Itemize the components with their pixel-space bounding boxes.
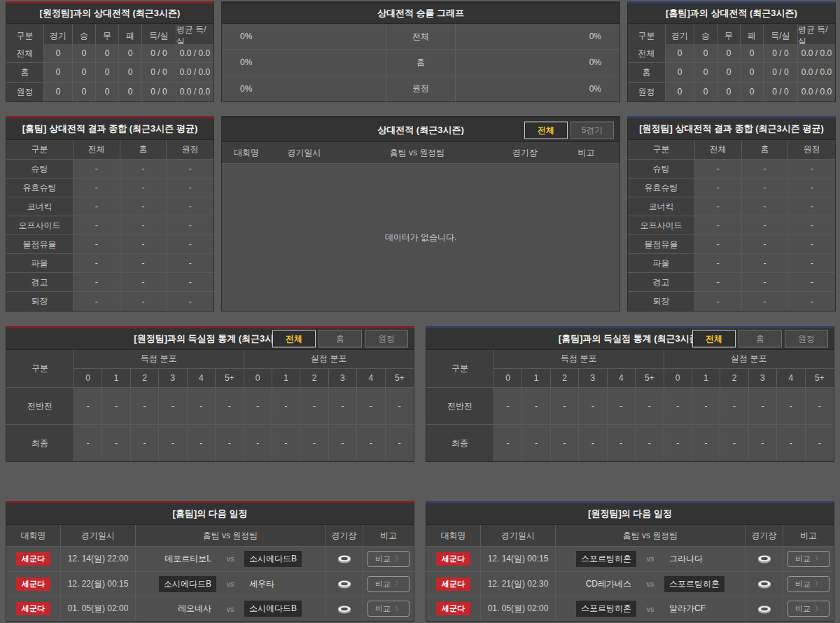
column-header: 전체 <box>74 140 120 160</box>
table-row: 코너킥--- <box>628 197 835 216</box>
stadium-icon[interactable] <box>337 578 352 589</box>
table-row: 전체00000 / 00.0 / 0.0 <box>628 44 835 63</box>
table-row: 볼점유율--- <box>6 235 214 254</box>
match-teams: 소시에다드B vs 세우타 <box>136 576 325 592</box>
tab-home[interactable]: 홈 <box>738 330 782 348</box>
cell: 0.0 / 0.0 <box>176 63 214 82</box>
cell: - <box>695 292 742 311</box>
compare-button-label: 비교 <box>375 579 391 589</box>
compare-button[interactable]: 비교 〉 <box>788 601 830 617</box>
cell: - <box>329 425 357 461</box>
cell: 0 / 0 <box>142 44 176 63</box>
table-row: 유효슈팅--- <box>628 178 835 197</box>
column-header: 비고 <box>783 525 834 546</box>
cell: - <box>695 178 742 197</box>
panel-title: [원정팀] 상대전적 결과 종합 (최근3시즌 평균) <box>628 118 835 140</box>
match-datetime: 12. 14(일) 22:00 <box>61 547 136 571</box>
compare-button-label: 비교 <box>795 603 811 614</box>
column-header: 홈 <box>120 140 167 160</box>
cell: - <box>788 235 835 254</box>
panel-h2h-home: [홈팀]과의 상대전적 (최근3시즌) 구분경기승무패득/실평균 득/실 전체0… <box>627 1 836 102</box>
cell: - <box>120 216 167 235</box>
compare-button[interactable]: 비교 〉 <box>368 551 410 567</box>
cell: 0 <box>666 83 694 102</box>
table-row: 원정00000 / 00.0 / 0.0 <box>628 83 835 102</box>
column-header: 4 <box>777 369 805 388</box>
compare-button[interactable]: 비교 〉 <box>368 601 410 617</box>
group-header-goals-for: 득점 분포 <box>494 350 664 369</box>
cell: - <box>74 235 120 254</box>
vs-label: vs <box>636 580 664 588</box>
tab-away[interactable]: 원정 <box>785 330 828 348</box>
cell: - <box>74 292 120 311</box>
cell: - <box>692 425 720 461</box>
cell: 0 <box>694 44 718 63</box>
cell: - <box>167 178 214 197</box>
cell: - <box>244 425 272 461</box>
stadium-icon[interactable] <box>757 603 772 615</box>
stadium-icon[interactable] <box>757 578 772 589</box>
cell: 0 <box>718 63 741 82</box>
cell: - <box>74 254 120 273</box>
goals-home-tabs: 전체 홈 원정 <box>692 330 828 348</box>
compare-button[interactable]: 비교 〉 <box>788 551 830 567</box>
cell: 0 <box>666 44 694 63</box>
tab-all[interactable]: 전체 <box>272 330 316 348</box>
table-row: 홈00000 / 00.0 / 0.0 <box>6 63 214 82</box>
vs-label: vs <box>636 605 664 613</box>
cell: - <box>579 425 607 461</box>
cell: - <box>167 292 214 311</box>
stadium-icon[interactable] <box>757 553 772 564</box>
panel-h2h-away: [원정팀]과의 상대전적 (최근3시즌) 구분경기승무패득/실평균 득/실 전체… <box>6 1 214 102</box>
table-row: 코너킥--- <box>6 197 214 216</box>
cell: 슈팅 <box>628 160 695 178</box>
cell: 0 <box>741 83 764 102</box>
group-header-goals-for: 득점 분포 <box>74 350 244 369</box>
cell: 0 <box>44 83 73 102</box>
stadium-icon[interactable] <box>337 603 352 615</box>
compare-button[interactable]: 비교 〉 <box>788 576 830 592</box>
tab-home[interactable]: 홈 <box>318 330 362 348</box>
winrate-row-label: 홈 <box>386 50 456 75</box>
cell: - <box>300 425 328 461</box>
column-header: 경기일시 <box>271 142 337 163</box>
stadium-icon[interactable] <box>337 553 352 564</box>
home-win-percent: 0% <box>222 50 386 75</box>
tab-all[interactable]: 전체 <box>524 121 568 139</box>
tab-away[interactable]: 원정 <box>365 330 408 348</box>
league-badge: 세군다 <box>16 602 50 615</box>
tab-all[interactable]: 전체 <box>692 330 736 348</box>
panel-goals-home: [홈팀]과의 득실점 통계 (최근3시즌) 전체 홈 원정 구분 득점 분포 실… <box>426 326 834 462</box>
compare-button-label: 비교 <box>795 554 811 564</box>
cell: 홈 <box>6 63 44 82</box>
column-header: 1 <box>692 369 720 388</box>
cell: - <box>636 425 664 461</box>
table-row: 원정00000 / 00.0 / 0.0 <box>6 83 214 102</box>
cell: - <box>788 273 835 292</box>
away-team: 스포르팅히혼 <box>664 576 724 592</box>
cell: 0 <box>96 83 119 102</box>
cell: - <box>188 388 216 424</box>
column-header: 구분 <box>6 140 74 160</box>
goals-away-tabs: 전체 홈 원정 <box>272 330 408 348</box>
match-datetime: 12. 14(일) 00:15 <box>481 547 556 571</box>
cell: - <box>159 425 187 461</box>
cell: - <box>788 216 835 235</box>
cell: - <box>494 388 522 424</box>
column-header: 3 <box>749 369 777 388</box>
cell: - <box>74 216 120 235</box>
panel-title: [원정팀]과의 득실점 통계 (최근3시즌) <box>134 332 286 345</box>
cell: - <box>695 235 742 254</box>
tab-5games[interactable]: 5경기 <box>570 121 614 139</box>
panel-title: [홈팀]과의 득실점 통계 (최근3시즌) <box>559 332 701 345</box>
compare-button[interactable]: 비교 〉 <box>368 576 410 592</box>
cell: 볼점유율 <box>6 235 74 254</box>
cell: 0.0 / 0.0 <box>798 44 835 63</box>
cell: - <box>329 388 357 424</box>
cell: 0 <box>44 63 73 82</box>
cell: 퇴장 <box>6 292 74 311</box>
cell: - <box>188 425 216 461</box>
cell: 유효슈팅 <box>628 178 695 197</box>
cell: 경고 <box>628 273 695 292</box>
league-badge: 세군다 <box>436 578 470 591</box>
